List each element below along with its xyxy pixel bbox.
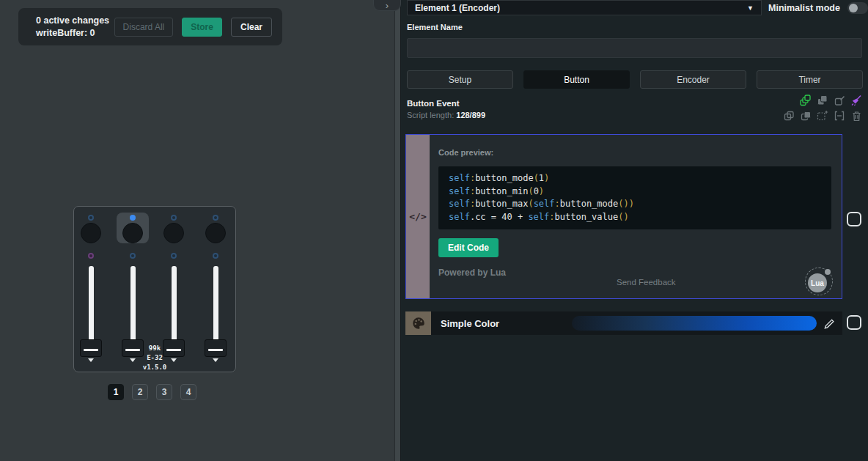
event-header: Button Event Script length: 128/899 <box>407 99 485 119</box>
store-button[interactable]: Store <box>182 18 222 37</box>
lua-logo-dot <box>825 269 831 275</box>
element-name-label: Element Name <box>407 23 463 32</box>
simple-color-checkbox[interactable] <box>847 315 861 330</box>
code-block-checkbox[interactable] <box>847 212 861 226</box>
encoder-knob[interactable] <box>163 223 184 243</box>
code-preview-label: Code preview: <box>438 148 831 157</box>
write-buffer-text: writeBuffer: 0 <box>36 28 109 38</box>
edit-color-icon[interactable] <box>823 317 836 331</box>
element-tabs: Setup Button Encoder Timer <box>407 70 863 89</box>
changes-box: 0 active changes writeBuffer: 0 Discard … <box>18 8 282 45</box>
module-model: E-32 <box>74 353 235 363</box>
palette-icon <box>405 311 431 335</box>
minimalist-mode-label: Minimalist mode <box>768 3 840 13</box>
fader-track <box>213 266 218 350</box>
paste-icon[interactable] <box>800 110 812 122</box>
fader-led <box>213 253 218 259</box>
minimalist-mode-toggle[interactable] <box>847 2 868 14</box>
chevron-right-icon: › <box>386 1 389 10</box>
encoder-led <box>171 215 177 221</box>
fader-led <box>171 253 177 259</box>
event-title: Button Event <box>407 99 485 108</box>
page-selector: 1 2 3 4 <box>108 384 196 400</box>
active-changes-text: 0 active changes <box>36 15 109 26</box>
page-button-4[interactable]: 4 <box>180 384 196 400</box>
edit-event-icon[interactable] <box>834 95 845 106</box>
fader-track <box>89 266 94 350</box>
clear-button[interactable]: Clear <box>231 18 272 37</box>
module-column <box>122 207 143 363</box>
changes-status: 0 active changes writeBuffer: 0 <box>36 15 109 38</box>
copy-all-icon[interactable] <box>800 95 812 106</box>
changes-actions: Discard All Store Clear <box>114 18 272 37</box>
tab-timer[interactable]: Timer <box>757 70 863 89</box>
module-ram: 99k <box>74 344 235 353</box>
event-toolbar <box>783 95 862 122</box>
simple-color-block: Simple Color <box>405 311 842 335</box>
encoder-led-active <box>130 215 136 221</box>
paste-all-icon[interactable] <box>817 95 828 106</box>
discard-all-button[interactable]: Discard All <box>114 18 174 37</box>
code-lines: self:button_mode(1)self:button_min(0)sel… <box>438 166 831 229</box>
grid-module: 99k E-32 v1.5.0 <box>73 206 236 372</box>
edit-code-button[interactable]: Edit Code <box>438 238 499 257</box>
page-button-3[interactable]: 3 <box>156 384 172 400</box>
minimalist-mode-control: Minimalist mode <box>768 0 868 15</box>
fader-track <box>130 266 136 350</box>
copy-icon[interactable] <box>783 110 795 122</box>
toggle-knob <box>849 4 858 12</box>
paste-special-icon[interactable] <box>817 110 828 122</box>
delete-event-icon[interactable] <box>850 110 862 122</box>
module-column <box>81 207 101 363</box>
event-code-block: </> Code preview: self:button_mode(1)sel… <box>405 134 842 299</box>
module-column <box>205 207 226 363</box>
encoder-led <box>213 215 218 221</box>
lua-logo-circle: Lua <box>808 273 827 292</box>
script-length-value: 128/899 <box>456 111 485 119</box>
element-name-input[interactable] <box>407 38 862 58</box>
page-button-2[interactable]: 2 <box>132 384 148 400</box>
code-brackets-icon: </> <box>409 211 426 222</box>
module-column <box>163 207 184 363</box>
simple-color-label: Simple Color <box>441 318 499 329</box>
fader-led <box>88 253 94 259</box>
script-length: Script length: 128/899 <box>407 111 485 119</box>
module-version: v1.5.0 <box>74 363 235 372</box>
encoder-led <box>88 215 94 221</box>
page-button-1[interactable]: 1 <box>108 384 124 400</box>
send-feedback-link[interactable]: Send Feedback <box>617 278 676 287</box>
tab-button[interactable]: Button <box>523 70 630 89</box>
merge-code-icon[interactable] <box>834 110 845 122</box>
panel-collapse-button[interactable]: › <box>373 0 401 11</box>
tab-encoder[interactable]: Encoder <box>640 70 746 89</box>
element-select-value: Element 1 (Encoder) <box>415 3 500 13</box>
panel-divider <box>394 0 401 461</box>
chevron-down-icon: ▼ <box>747 4 754 12</box>
tab-setup[interactable]: Setup <box>407 70 513 89</box>
device-panel: 0 active changes writeBuffer: 0 Discard … <box>0 0 394 461</box>
module-info-label: 99k E-32 v1.5.0 <box>74 344 235 372</box>
powered-by-lua-label: Powered by Lua <box>438 268 831 278</box>
code-type-strip: </> <box>406 135 430 298</box>
fader-track <box>172 266 177 350</box>
element-config-panel: Element 1 (Encoder) ▼ Minimalist mode El… <box>401 0 868 461</box>
encoder-knob-selected[interactable] <box>122 223 143 243</box>
encoder-knob[interactable] <box>205 223 226 243</box>
color-gradient-bar[interactable] <box>572 316 817 331</box>
script-length-label: Script length: <box>407 111 456 119</box>
event-toolbar-row-2 <box>783 110 862 122</box>
clean-event-icon[interactable] <box>850 95 862 106</box>
fader-led <box>130 253 136 259</box>
encoder-knob[interactable] <box>81 223 101 243</box>
event-toolbar-row-1 <box>800 95 862 106</box>
element-select[interactable]: Element 1 (Encoder) ▼ <box>407 0 762 15</box>
grid-editor-window: 0 active changes writeBuffer: 0 Discard … <box>0 0 868 461</box>
lua-logo: Lua <box>805 268 833 295</box>
code-body: Code preview: self:button_mode(1)self:bu… <box>430 135 842 298</box>
